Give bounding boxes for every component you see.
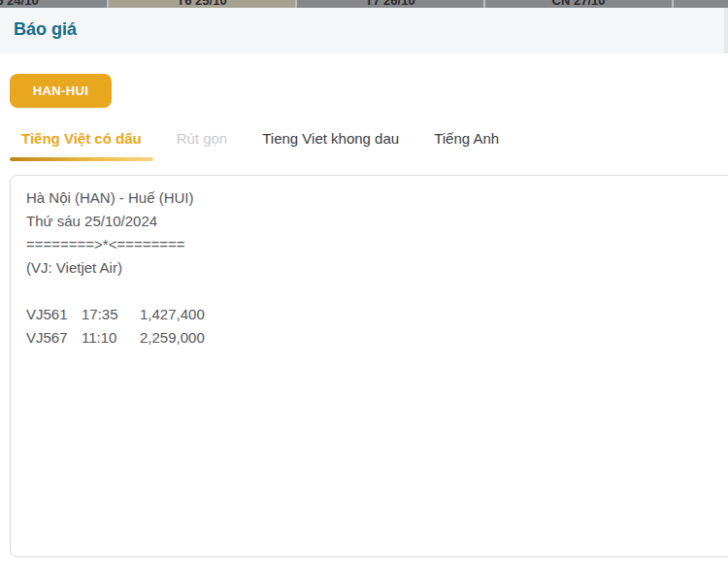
page-title: Báo giá <box>14 19 77 40</box>
route-button[interactable]: HAN-HUI <box>10 74 112 108</box>
quote-panel: Hà Nội (HAN) - Huế (HUI) Thứ sáu 25/10/2… <box>10 175 728 557</box>
date-tabs-strip: T5 24/10 T6 25/10 T7 26/10 CN 27/10 <box>0 0 728 8</box>
flight-time: 17:35 <box>82 303 140 326</box>
flight-price: 2,259,000 <box>140 326 205 350</box>
tab-label: Tieng Viet khong dau <box>262 130 399 147</box>
flight-row: VJ567 11:10 2,259,000 <box>26 326 721 350</box>
date-tab[interactable]: T7 26/10 <box>297 0 485 8</box>
date-tab[interactable] <box>674 0 728 8</box>
date-tab[interactable]: CN 27/10 <box>485 0 674 8</box>
format-tabs: Tiếng Việt có dấu Rút gọn Tieng Viet kho… <box>0 124 728 159</box>
quote-separator-line: ========>*<======== <box>26 233 721 256</box>
quote-text: Hà Nội (HAN) - Huế (HUI) Thứ sáu 25/10/2… <box>11 176 728 360</box>
tab-label: Rút gọn <box>177 130 228 147</box>
tab-label: Tiếng Anh <box>434 130 499 147</box>
quote-blank-line <box>26 280 721 303</box>
date-tab-label: T6 25/10 <box>177 0 226 8</box>
quote-route-line: Hà Nội (HAN) - Huế (HUI) <box>26 186 721 210</box>
quote-airline-line: (VJ: Vietjet Air) <box>26 256 721 280</box>
flight-number: VJ567 <box>26 326 82 350</box>
tab-tieng-anh[interactable]: Tiếng Anh <box>422 124 511 159</box>
active-tab-underline <box>10 157 153 161</box>
tab-tieng-viet-co-dau[interactable]: Tiếng Việt có dấu <box>10 124 153 159</box>
date-tab-label: T5 24/10 <box>0 0 39 8</box>
flight-price: 1,427,400 <box>140 303 205 326</box>
flight-number: VJ561 <box>26 303 82 326</box>
date-tab-label: T7 26/10 <box>365 0 414 8</box>
tab-rut-gon[interactable]: Rút gọn <box>165 124 240 159</box>
date-tab-selected[interactable]: T6 25/10 <box>109 0 297 8</box>
flight-row: VJ561 17:35 1,427,400 <box>26 303 721 326</box>
quote-date-line: Thứ sáu 25/10/2024 <box>26 210 721 233</box>
header-bar: Báo giá <box>0 8 728 53</box>
header-right-edge <box>724 8 728 53</box>
date-tab[interactable]: T5 24/10 <box>0 0 109 8</box>
date-tab-label: CN 27/10 <box>552 0 606 8</box>
tab-label: Tiếng Việt có dấu <box>21 130 142 147</box>
tab-tieng-viet-khong-dau[interactable]: Tieng Viet khong dau <box>250 124 411 159</box>
flight-time: 11:10 <box>82 326 140 350</box>
